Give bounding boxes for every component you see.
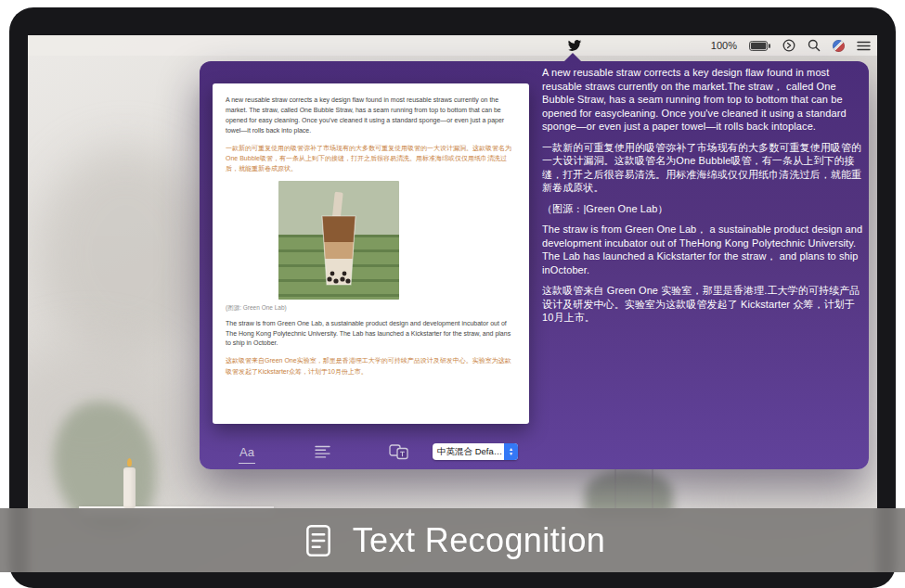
language-select-value: 中英混合 Defa…: [433, 446, 504, 458]
caption-title: Text Recognition: [353, 521, 606, 560]
recognized-paragraph-zh: 一款新的可重复使用的吸管弥补了市场现有的大多数可重复使用吸管的一大设计漏洞。这款…: [542, 141, 863, 195]
text-recognition-popover: A new reusable straw corrects a key desi…: [200, 61, 869, 469]
document-paragraph-zh: 一款新的可重复使用的吸管弥补了市场现有的大多数可重复使用吸管的一大设计漏洞。这款…: [226, 143, 516, 174]
translate-button[interactable]: [389, 441, 408, 462]
desktop-wallpaper: 100%: [28, 35, 877, 572]
candle-flame-decor: [127, 458, 132, 467]
screenshot-stage: 100%: [0, 0, 905, 588]
recognized-text-panel: A new reusable straw corrects a key desi…: [542, 66, 863, 332]
menubar-status-items: 100%: [711, 35, 871, 56]
input-source-icon[interactable]: [833, 40, 845, 52]
list-icon[interactable]: [857, 41, 871, 51]
globe-flag-glyph: [833, 40, 845, 52]
bubble-tea-photo: [278, 181, 399, 300]
language-select[interactable]: 中英混合 Defa… ▲▼: [433, 443, 518, 460]
menu-bar: 100%: [28, 35, 877, 56]
recognized-photo-caption: （图源：|Green One Lab）: [542, 202, 863, 216]
document-paragraph-zh: 这款吸管来自Green One实验室，那里是香港理工大学的可持续产品设计及研发中…: [226, 355, 516, 377]
popover-toolbar: Aa 中英混合 Defa… ▲▼: [213, 441, 529, 464]
popover-arrow: [564, 53, 581, 61]
text-document-icon: [300, 522, 337, 559]
text-list-button[interactable]: [315, 441, 330, 462]
recognized-paragraph-en: The straw is from Green One Lab， a susta…: [542, 223, 863, 276]
captured-document-preview: A new reusable straw corrects a key desi…: [213, 83, 529, 424]
mac-display-bezel: 100%: [9, 7, 896, 588]
document-paragraph-en: A new reusable straw corrects a key desi…: [226, 96, 516, 136]
wallpaper-shadow-decor: [37, 147, 213, 360]
document-photo-caption: (图源: Green One Lab): [226, 304, 516, 313]
candle-decor: [123, 467, 136, 508]
select-stepper-icon: ▲▼: [504, 443, 518, 460]
document-paragraph-en: The straw is from Green One Lab, a susta…: [226, 319, 516, 350]
caption-bar: Text Recognition: [0, 508, 905, 572]
recognized-paragraph-zh: 这款吸管来自 Green One 实验室，那里是香港理.工大学的可持续产品设计及…: [542, 284, 863, 325]
bird-icon: [567, 40, 582, 52]
search-icon[interactable]: [808, 39, 821, 52]
battery-percent-label: 100%: [711, 40, 737, 51]
shortcuts-icon[interactable]: [782, 39, 795, 52]
battery-icon[interactable]: [749, 41, 770, 51]
app-menubar-bird-icon[interactable]: [566, 39, 583, 53]
font-style-button[interactable]: Aa: [239, 441, 255, 464]
recognized-paragraph-en: A new reusable straw corrects a key desi…: [542, 66, 863, 134]
